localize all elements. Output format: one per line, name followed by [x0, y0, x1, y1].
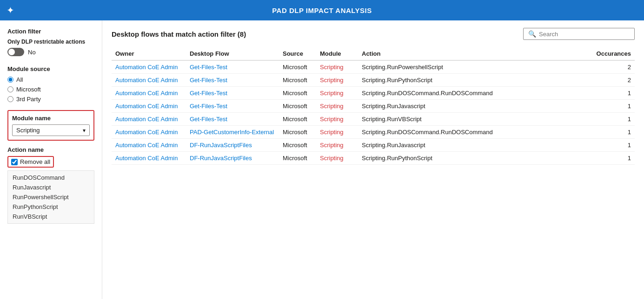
search-input[interactable]: [539, 31, 630, 38]
cell-flow[interactable]: DF-RunJavaScriptFiles: [186, 139, 279, 152]
cell-owner[interactable]: Automation CoE Admin: [112, 152, 186, 165]
radio-thirdparty-input[interactable]: [7, 96, 13, 102]
owner-link[interactable]: Automation CoE Admin: [115, 103, 178, 110]
owner-link[interactable]: Automation CoE Admin: [115, 129, 178, 136]
sidebar: Action filter Only DLP restrictable acti…: [0, 20, 102, 299]
content-area: Desktop flows that match action filter (…: [102, 20, 644, 299]
owner-link[interactable]: Automation CoE Admin: [115, 142, 178, 149]
radio-microsoft[interactable]: Microsoft: [7, 86, 94, 93]
list-item[interactable]: RunPythonScript: [8, 202, 94, 212]
cell-action: Scripting.RunDOSCommand.RunDOSCommand: [358, 87, 593, 100]
cell-action: Scripting.RunJavascript: [358, 100, 593, 113]
cell-owner[interactable]: Automation CoE Admin: [112, 113, 186, 126]
data-table: Owner Desktop Flow Source Module Action …: [112, 47, 635, 165]
action-name-label: Action name: [7, 146, 94, 153]
remove-all-checkbox[interactable]: [11, 159, 18, 165]
owner-link[interactable]: Automation CoE Admin: [115, 64, 178, 71]
col-header-module: Module: [316, 47, 358, 60]
cell-flow[interactable]: Get-Files-Test: [186, 87, 279, 100]
search-box[interactable]: 🔍: [523, 28, 635, 40]
cell-owner[interactable]: Automation CoE Admin: [112, 60, 186, 74]
owner-link[interactable]: Automation CoE Admin: [115, 77, 178, 84]
cell-occurrences: 2: [593, 74, 635, 87]
table-row: Automation CoE Admin DF-RunJavaScriptFil…: [112, 139, 635, 152]
cell-occurrences: 1: [593, 152, 635, 165]
cell-module: Scripting: [316, 87, 358, 100]
cell-source: Microsoft: [279, 87, 316, 100]
remove-all-row[interactable]: Remove all: [7, 156, 54, 168]
radio-all-input[interactable]: [7, 77, 13, 83]
list-item[interactable]: RunVBScript: [8, 212, 94, 221]
cell-owner[interactable]: Automation CoE Admin: [112, 100, 186, 113]
flow-link[interactable]: Get-Files-Test: [190, 77, 227, 84]
radio-microsoft-label: Microsoft: [16, 86, 41, 93]
dlp-toggle[interactable]: [7, 48, 24, 56]
cell-module: Scripting: [316, 113, 358, 126]
col-header-occurrences: Occurances: [593, 47, 635, 60]
main-container: Action filter Only DLP restrictable acti…: [0, 20, 644, 299]
cell-source: Microsoft: [279, 113, 316, 126]
radio-microsoft-input[interactable]: [7, 86, 13, 92]
list-item[interactable]: RunDOSCommand: [8, 173, 94, 182]
content-header: Desktop flows that match action filter (…: [112, 28, 635, 40]
cell-flow[interactable]: DF-RunJavaScriptFiles: [186, 152, 279, 165]
module-source-section: Module source All Microsoft 3rd Party: [7, 65, 94, 103]
table-row: Automation CoE Admin Get-Files-Test Micr…: [112, 60, 635, 74]
radio-all-label: All: [16, 76, 23, 83]
cell-module: Scripting: [316, 74, 358, 87]
cell-flow[interactable]: Get-Files-Test: [186, 100, 279, 113]
flow-link[interactable]: Get-Files-Test: [190, 64, 227, 71]
cell-occurrences: 1: [593, 139, 635, 152]
module-source-radio-group: All Microsoft 3rd Party: [7, 76, 94, 103]
cell-owner[interactable]: Automation CoE Admin: [112, 87, 186, 100]
list-item[interactable]: RunJavascript: [8, 182, 94, 192]
app-title: PAD DLP IMPACT ANALYSIS: [272, 6, 372, 14]
cell-module: Scripting: [316, 152, 358, 165]
module-name-dropdown[interactable]: Scripting ▾: [12, 124, 90, 136]
table-header-row: Owner Desktop Flow Source Module Action …: [112, 47, 635, 60]
action-list: RunDOSCommand RunJavascript RunPowershel…: [7, 170, 94, 224]
list-item[interactable]: RunPowershellScript: [8, 192, 94, 202]
app-logo: ✦: [7, 5, 14, 16]
app-header: ✦ PAD DLP IMPACT ANALYSIS: [0, 0, 644, 20]
action-name-section: Action name Remove all RunDOSCommand Run…: [7, 146, 94, 224]
cell-action: Scripting.RunPowershellScript: [358, 60, 593, 74]
radio-all[interactable]: All: [7, 76, 94, 83]
flow-link[interactable]: DF-RunJavaScriptFiles: [190, 142, 252, 149]
radio-thirdparty-label: 3rd Party: [16, 96, 41, 103]
search-icon: 🔍: [528, 30, 536, 38]
cell-owner[interactable]: Automation CoE Admin: [112, 126, 186, 139]
col-header-source: Source: [279, 47, 316, 60]
cell-module: Scripting: [316, 126, 358, 139]
cell-occurrences: 2: [593, 60, 635, 74]
table-row: Automation CoE Admin Get-Files-Test Micr…: [112, 113, 635, 126]
cell-owner[interactable]: Automation CoE Admin: [112, 74, 186, 87]
flow-link[interactable]: Get-Files-Test: [190, 103, 227, 110]
flow-link[interactable]: DF-RunJavaScriptFiles: [190, 155, 252, 162]
cell-module: Scripting: [316, 60, 358, 74]
cell-action: Scripting.RunVBScript: [358, 113, 593, 126]
cell-owner[interactable]: Automation CoE Admin: [112, 139, 186, 152]
owner-link[interactable]: Automation CoE Admin: [115, 116, 178, 123]
owner-link[interactable]: Automation CoE Admin: [115, 90, 178, 97]
radio-thirdparty[interactable]: 3rd Party: [7, 96, 94, 103]
flow-link[interactable]: PAD-GetCustomerInfo-External: [190, 129, 274, 136]
module-source-title: Module source: [7, 65, 94, 72]
table-row: Automation CoE Admin Get-Files-Test Micr…: [112, 74, 635, 87]
table-row: Automation CoE Admin DF-RunJavaScriptFil…: [112, 152, 635, 165]
cell-occurrences: 1: [593, 126, 635, 139]
flow-link[interactable]: Get-Files-Test: [190, 90, 227, 97]
flow-link[interactable]: Get-Files-Test: [190, 116, 227, 123]
cell-flow[interactable]: PAD-GetCustomerInfo-External: [186, 126, 279, 139]
owner-link[interactable]: Automation CoE Admin: [115, 155, 178, 162]
table-row: Automation CoE Admin Get-Files-Test Micr…: [112, 100, 635, 113]
cell-source: Microsoft: [279, 74, 316, 87]
cell-flow[interactable]: Get-Files-Test: [186, 74, 279, 87]
cell-action: Scripting.RunJavascript: [358, 139, 593, 152]
cell-source: Microsoft: [279, 139, 316, 152]
cell-flow[interactable]: Get-Files-Test: [186, 113, 279, 126]
module-name-label: Module name: [12, 115, 90, 122]
cell-occurrences: 1: [593, 87, 635, 100]
cell-flow[interactable]: Get-Files-Test: [186, 60, 279, 74]
cell-action: Scripting.RunPythonScript: [358, 152, 593, 165]
